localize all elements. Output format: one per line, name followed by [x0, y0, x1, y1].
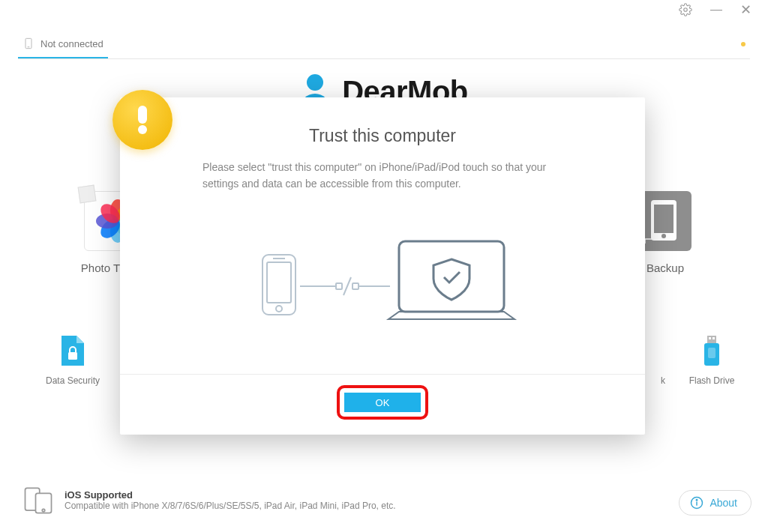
dialog-title: Trust this computer — [120, 126, 645, 146]
tile-label: Backup — [646, 262, 684, 274]
tile-label: Data Security — [46, 375, 100, 386]
info-icon — [690, 496, 704, 510]
footer-compat: iOS Supported Compatible with iPhone X/8… — [22, 484, 396, 516]
close-button[interactable]: ✕ — [740, 3, 752, 16]
tab-not-connected[interactable]: Not connected — [18, 30, 108, 58]
device-tabs: Not connected — [18, 30, 750, 59]
svg-rect-16 — [36, 493, 52, 513]
tile-flash-drive[interactable]: Flash Drive — [678, 333, 746, 386]
tile-label: Flash Drive — [689, 375, 735, 386]
svg-point-23 — [276, 306, 282, 312]
status-dot-icon — [741, 42, 746, 46]
usb-drive-icon — [700, 334, 723, 367]
svg-rect-22 — [267, 262, 291, 303]
settings-gear-icon[interactable] — [679, 3, 692, 16]
dialog-body: Please select "trust this computer" on i… — [202, 160, 562, 192]
trust-computer-dialog: Trust this computer Please select "trust… — [120, 97, 645, 435]
tile-data-security[interactable]: Data Security — [39, 333, 106, 386]
tile-hidden[interactable]: k — [648, 333, 678, 386]
svg-rect-7 — [654, 205, 674, 233]
devices-outline-icon — [22, 484, 54, 516]
photo-thumb-icon — [78, 185, 97, 204]
phone-outline-icon — [22, 37, 34, 49]
alert-icon — [112, 90, 172, 150]
tab-label: Not connected — [40, 38, 104, 49]
tile-label: k — [661, 375, 665, 386]
ok-label: OK — [376, 397, 390, 408]
svg-point-0 — [684, 8, 688, 12]
window-controls: — ✕ — [679, 0, 768, 19]
about-label: About — [710, 497, 737, 509]
svg-rect-28 — [352, 283, 358, 289]
footer-title: iOS Supported — [64, 489, 396, 501]
svg-rect-14 — [708, 348, 716, 358]
svg-point-8 — [662, 234, 666, 238]
minimize-button[interactable]: — — [710, 4, 722, 16]
svg-rect-10 — [707, 336, 716, 343]
svg-rect-12 — [712, 337, 715, 339]
svg-point-20 — [697, 500, 698, 501]
svg-rect-30 — [399, 241, 504, 312]
phone-laptop-diagram — [120, 232, 645, 337]
svg-rect-11 — [709, 337, 711, 339]
svg-line-27 — [344, 277, 351, 295]
svg-rect-26 — [336, 283, 342, 289]
file-lock-icon — [58, 334, 87, 367]
svg-rect-9 — [68, 352, 77, 360]
footer-subtitle: Compatible with iPhone X/8/7/6S/6/Plus/S… — [64, 501, 396, 511]
ok-button[interactable]: OK — [344, 393, 421, 412]
ok-button-highlight: OK — [337, 385, 428, 420]
about-button[interactable]: About — [679, 490, 752, 516]
